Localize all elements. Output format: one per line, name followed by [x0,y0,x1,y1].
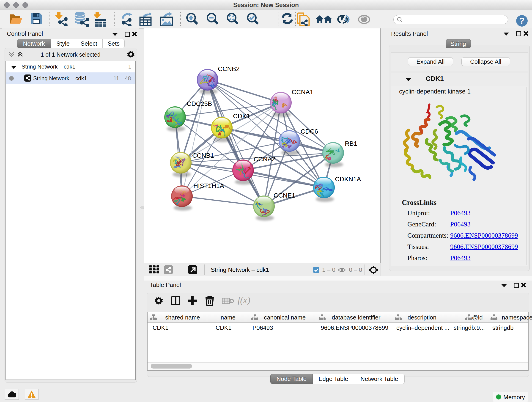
svg-text:CDC25B: CDC25B [187,100,212,107]
svg-text:HIST1H1A: HIST1H1A [193,182,224,189]
svg-text:CCNA2: CCNA2 [254,156,275,163]
svg-text:CDC6: CDC6 [301,128,318,135]
svg-text:?: ? [519,16,525,26]
svg-text:CDK1: CDK1 [233,113,250,120]
svg-text:RB1: RB1 [345,140,357,147]
svg-text:CCNE1: CCNE1 [273,192,295,199]
svg-text:CDKN1A: CDKN1A [335,176,361,183]
svg-text:CCNB1: CCNB1 [192,152,214,159]
svg-text:CCNA1: CCNA1 [292,89,313,96]
svg-text:CCNB2: CCNB2 [218,65,240,72]
